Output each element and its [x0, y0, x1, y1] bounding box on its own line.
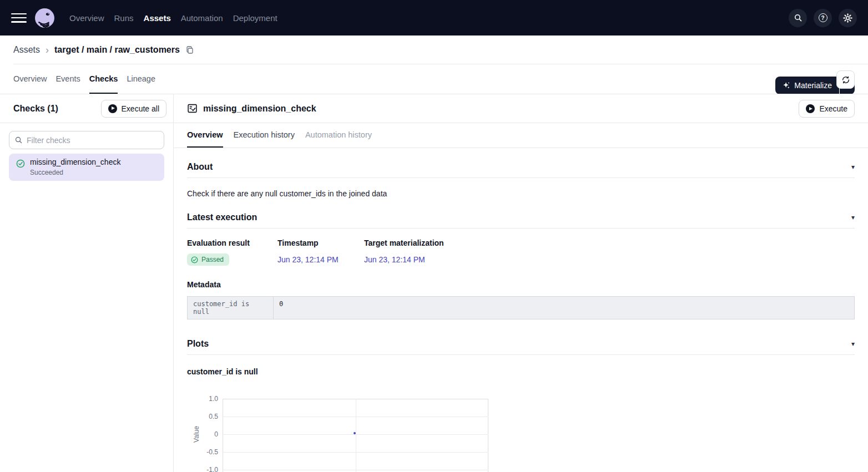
- latest-execution-heading: Latest execution: [187, 212, 257, 222]
- tab-automation-history[interactable]: Automation history: [305, 123, 372, 148]
- evaluation-result-value: Passed: [201, 256, 224, 263]
- execute-button[interactable]: Execute: [799, 100, 855, 118]
- copy-icon[interactable]: [185, 45, 194, 54]
- nav-runs[interactable]: Runs: [114, 13, 134, 23]
- check-list-item[interactable]: missing_dimension_check Succeeded: [9, 154, 164, 181]
- nav-deployment[interactable]: Deployment: [233, 13, 277, 23]
- y-tick: 0: [187, 430, 218, 439]
- check-detail-tabs: Overview Execution history Automation hi…: [174, 123, 868, 148]
- data-point[interactable]: [354, 432, 356, 434]
- plots-section-header: Plots ▾: [187, 338, 855, 355]
- plots-heading: Plots: [187, 338, 209, 349]
- y-tick: 0.5: [187, 412, 218, 421]
- breadcrumb-assets-link[interactable]: Assets: [13, 45, 40, 55]
- execute-all-button[interactable]: Execute all: [101, 100, 166, 118]
- chevron-right-icon: ›: [46, 45, 49, 55]
- refresh-button[interactable]: [836, 70, 855, 89]
- checks-panel-title: Checks (1): [13, 104, 58, 114]
- plot-chart: Value 1.0 0.5 0 -0.5 -1.0 Jun 23, 12:14 …: [187, 394, 531, 472]
- check-circle-icon: [16, 159, 25, 168]
- settings-button[interactable]: [839, 9, 857, 27]
- tab-events[interactable]: Events: [55, 64, 80, 94]
- execute-label: Execute: [819, 104, 847, 113]
- y-tick: 1.0: [187, 394, 218, 403]
- check-circle-icon: [191, 256, 198, 263]
- metadata-value: 0: [274, 297, 854, 319]
- y-tick: -0.5: [187, 448, 218, 456]
- chevron-down-icon[interactable]: ▾: [851, 341, 855, 347]
- chevron-down-icon[interactable]: ▾: [851, 214, 855, 221]
- check-description: Check if there are any null customer_ids…: [187, 189, 855, 199]
- column-evaluation-result: Evaluation result: [187, 238, 277, 248]
- check-title: missing_dimension_check: [203, 104, 316, 114]
- asset-tabs: Overview Events Checks Lineage: [0, 64, 868, 94]
- asset-check-icon: [187, 103, 198, 114]
- refresh-icon: [841, 75, 850, 84]
- metadata-key: customer_id is null: [188, 297, 274, 319]
- help-button[interactable]: [814, 9, 832, 27]
- latest-execution-section-header: Latest execution ▾: [187, 212, 855, 229]
- dagster-logo-icon[interactable]: [34, 8, 55, 28]
- play-icon: [108, 104, 117, 113]
- asset-key: target / main / raw_customers: [54, 45, 180, 55]
- top-navbar: Overview Runs Assets Automation Deployme…: [0, 0, 868, 35]
- gear-icon: [843, 13, 852, 23]
- checks-sidebar: Checks (1) Execute all missing_dimension…: [0, 94, 174, 472]
- target-materialization-link[interactable]: Jun 23, 12:14 PM: [364, 255, 855, 264]
- search-icon: [794, 13, 803, 22]
- status-badge: Passed: [187, 253, 229, 266]
- nav-assets[interactable]: Assets: [144, 13, 171, 23]
- hamburger-menu-icon[interactable]: [11, 13, 27, 23]
- chevron-down-icon[interactable]: ▾: [851, 164, 855, 170]
- search-icon: [14, 136, 23, 144]
- filter-checks-input[interactable]: [9, 131, 164, 149]
- y-tick: -1.0: [187, 465, 218, 472]
- about-heading: About: [187, 161, 213, 172]
- tab-check-overview[interactable]: Overview: [187, 123, 223, 148]
- column-timestamp: Timestamp: [277, 238, 364, 248]
- help-icon: [819, 13, 827, 22]
- execute-all-label: Execute all: [122, 104, 159, 113]
- breadcrumb: Assets › target / main / raw_customers M…: [0, 35, 868, 64]
- check-item-name: missing_dimension_check: [30, 158, 158, 167]
- play-icon: [806, 104, 815, 113]
- check-detail-panel: missing_dimension_check Execute Overview…: [174, 94, 868, 472]
- nav-overview[interactable]: Overview: [69, 13, 104, 23]
- plot-title: customer_id is null: [187, 367, 855, 377]
- main-nav: Overview Runs Assets Automation Deployme…: [69, 13, 277, 23]
- tab-lineage[interactable]: Lineage: [127, 64, 155, 94]
- check-item-status: Succeeded: [30, 169, 158, 176]
- gridline: [356, 399, 356, 472]
- tab-checks[interactable]: Checks: [89, 64, 118, 94]
- metadata-heading: Metadata: [187, 280, 855, 290]
- metadata-table: customer_id is null 0: [187, 296, 855, 319]
- column-target-materialization: Target materialization: [364, 238, 855, 248]
- tab-execution-history[interactable]: Execution history: [234, 123, 295, 148]
- timestamp-link[interactable]: Jun 23, 12:14 PM: [277, 255, 364, 264]
- nav-automation[interactable]: Automation: [181, 13, 223, 23]
- search-button[interactable]: [789, 9, 807, 27]
- tab-overview[interactable]: Overview: [13, 64, 47, 94]
- about-section-header: About ▾: [187, 161, 855, 178]
